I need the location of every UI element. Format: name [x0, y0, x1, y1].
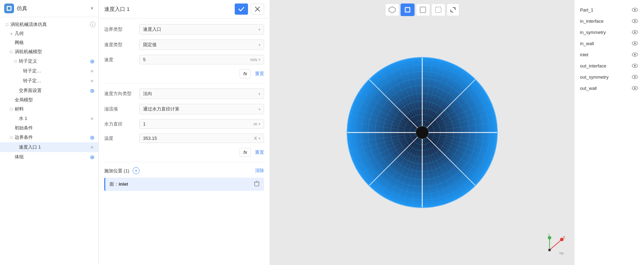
app-logo: [4, 3, 14, 13]
expand-icon: [8, 154, 14, 160]
close-button[interactable]: [251, 3, 264, 15]
reset-view-button[interactable]: [447, 3, 459, 16]
tree-label: 交界面设置: [19, 87, 89, 94]
tree-label: 转子定义: [19, 58, 89, 64]
velocity-control[interactable]: 5 m/s ▾: [139, 55, 264, 64]
turbulence-control[interactable]: 通过水力直径计算 ▾: [139, 104, 264, 114]
tree-item-materials[interactable]: □ 材料: [0, 105, 98, 114]
vel-dir-label: 速度方向类型: [104, 91, 139, 97]
right-item-in-wall: in_wall: [574, 38, 644, 49]
visibility-toggle-in-symmetry[interactable]: [631, 29, 638, 36]
add-button[interactable]: ⊕: [89, 58, 95, 65]
tree-item-interface[interactable]: 交界面设置 ⊕: [0, 86, 98, 95]
velocity-type-value: 固定值: [143, 42, 259, 48]
menu-button[interactable]: ≡: [89, 144, 95, 151]
tree-item-mesh[interactable]: 网格: [0, 38, 98, 47]
tree-item-water[interactable]: 水 1 ≡: [0, 114, 98, 123]
right-item-out-wall: out_wall: [574, 83, 644, 94]
sidebar: 仿真 ▼ □ 涡轮机械流体仿真 i ＋ 几何 网格 □ 涡轮机械模型: [0, 0, 99, 265]
hidden-line-view-button[interactable]: [431, 3, 445, 16]
svg-rect-9: [406, 8, 409, 12]
svg-point-53: [416, 126, 429, 139]
svg-text:X: X: [563, 236, 565, 239]
expand-icon: [13, 88, 18, 93]
tree-item-boundary[interactable]: □ 边界条件 ⊕: [0, 132, 98, 142]
apply-header: 施加位置 (1) + 清除: [104, 167, 264, 174]
add-button[interactable]: ⊕: [89, 153, 95, 160]
visibility-toggle-inlet[interactable]: [631, 51, 638, 58]
view-toolbar: [385, 3, 459, 16]
velocity-value: 5: [143, 57, 250, 62]
expand-icon: □: [8, 135, 14, 140]
expand-icon: [17, 68, 22, 74]
in-wall-label: in_wall: [580, 41, 631, 46]
apply-add-button[interactable]: +: [133, 167, 140, 174]
apply-section: 施加位置 (1) + 清除 面：inlet: [104, 167, 264, 191]
fx-button[interactable]: fx: [240, 69, 251, 78]
expand-icon: [13, 144, 18, 150]
svg-point-68: [634, 31, 636, 33]
add-button[interactable]: ⊕: [89, 134, 95, 141]
tree-item-rotor-def[interactable]: □ 转子定义 ⊕: [0, 56, 98, 66]
vel-dir-value: 法向: [143, 91, 259, 97]
visibility-toggle-part1[interactable]: [631, 6, 638, 13]
face-name: inlet: [119, 181, 128, 187]
svg-rect-10: [420, 7, 426, 13]
visibility-toggle-out-wall[interactable]: [631, 85, 638, 92]
tree-item-geometry[interactable]: ＋ 几何: [0, 29, 98, 38]
tree-item-turbo-model[interactable]: □ 涡轮机械模型: [0, 47, 98, 56]
face-prefix: 面：: [109, 181, 119, 187]
apply-location-label: 施加位置 (1): [104, 168, 129, 173]
in-symmetry-label: in_symmetry: [580, 30, 631, 35]
axes-indicator: X Y top: [543, 232, 567, 258]
perspective-view-button[interactable]: [385, 3, 399, 16]
tree-item-rotor-def-2[interactable]: 转子定… ≡: [0, 76, 98, 86]
tree-label: 体组: [15, 154, 89, 160]
delete-apply-item[interactable]: [254, 180, 260, 188]
dropdown-icon: ▾: [259, 107, 260, 111]
vel-dir-control[interactable]: 法向 ▾: [139, 88, 264, 99]
expand-icon: ＋: [8, 31, 14, 36]
svg-rect-1: [8, 7, 10, 10]
svg-rect-4: [255, 182, 259, 186]
apply-clear-button[interactable]: 清除: [255, 167, 264, 174]
hydraulic-dia-control[interactable]: 1 m ▾: [139, 119, 264, 129]
menu-button[interactable]: ≡: [89, 67, 95, 74]
tree-label: 速度入口 1: [19, 144, 89, 150]
tree-item-rotor-def-1[interactable]: 转子定… ≡: [0, 66, 98, 76]
velocity-type-control[interactable]: 固定值 ▾: [139, 40, 264, 50]
temperature-row: 温度 353.15 K ▾: [104, 134, 264, 143]
turbulence-value: 通过水力直径计算: [143, 106, 259, 112]
apply-title: 施加位置 (1) +: [104, 167, 255, 174]
menu-button[interactable]: ≡: [89, 115, 95, 122]
visibility-toggle-in-interface[interactable]: [631, 17, 638, 24]
wireframe-view-button[interactable]: [416, 3, 430, 16]
out-symmetry-label: out_symmetry: [580, 74, 631, 80]
info-icon[interactable]: i: [90, 22, 95, 27]
sidebar-collapse-icon[interactable]: ▼: [90, 6, 94, 11]
tree-item-velocity-inlet[interactable]: 速度入口 1 ≡: [0, 142, 98, 152]
tree-item-body-group[interactable]: 体组 ⊕: [0, 152, 98, 162]
menu-button[interactable]: ≡: [89, 77, 95, 84]
confirm-button[interactable]: [235, 3, 248, 15]
boundary-type-control[interactable]: 速度入口 ▾: [139, 24, 264, 35]
tree-item-initial[interactable]: 初始条件: [0, 123, 98, 132]
reset-button-2[interactable]: 重置: [255, 149, 264, 156]
visibility-toggle-in-wall[interactable]: [631, 40, 638, 47]
add-button[interactable]: ⊕: [89, 87, 95, 94]
expand-icon: [8, 97, 14, 103]
hydraulic-dia-row: 水力直径 1 m ▾: [104, 119, 264, 129]
reset-button-1[interactable]: 重置: [255, 71, 264, 77]
fx-button-2[interactable]: fx: [240, 148, 251, 157]
temperature-control[interactable]: 353.15 K ▾: [139, 134, 264, 143]
inlet-label: inlet: [580, 52, 631, 57]
boundary-type-row: 边界类型 速度入口 ▾: [104, 24, 264, 35]
visibility-toggle-out-symmetry[interactable]: [631, 73, 638, 80]
tree-label: 初始条件: [15, 125, 95, 131]
tree-item-global[interactable]: 全局模型: [0, 95, 98, 105]
solid-view-button[interactable]: [401, 3, 415, 16]
tree-item-turbo-flow[interactable]: □ 涡轮机械流体仿真 i: [0, 20, 98, 29]
dropdown-icon: ▾: [259, 43, 260, 47]
visibility-toggle-out-interface[interactable]: [631, 62, 638, 69]
tree-label: 水 1: [19, 115, 89, 122]
